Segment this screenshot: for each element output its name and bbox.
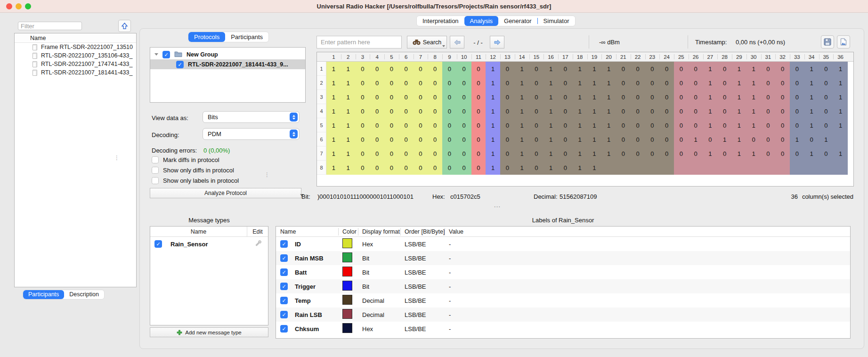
column-header-33[interactable]: 33 xyxy=(790,52,804,62)
bit-cell[interactable]: 0 xyxy=(471,118,486,132)
bit-cell[interactable]: 1 xyxy=(746,76,761,90)
bit-cell[interactable]: 0 xyxy=(428,90,442,104)
bit-cell[interactable]: 1 xyxy=(341,90,356,104)
column-header-18[interactable]: 18 xyxy=(573,52,587,62)
bit-cell[interactable]: 0 xyxy=(645,132,660,146)
column-header-32[interactable]: 32 xyxy=(775,52,790,62)
protocol-option-show-only-diffs-in-protocol[interactable]: Show only diffs in protocol xyxy=(152,167,239,174)
bit-cell[interactable]: 0 xyxy=(529,62,544,76)
label-color-cell[interactable] xyxy=(338,295,358,306)
label-color-cell[interactable] xyxy=(338,238,358,250)
bit-cell[interactable]: 1 xyxy=(544,161,558,175)
label-order[interactable]: LSB/BE xyxy=(400,297,445,304)
column-header-11[interactable]: 11 xyxy=(471,52,486,62)
bit-cell[interactable]: 1 xyxy=(326,118,341,132)
bit-cell[interactable]: 1 xyxy=(515,90,529,104)
color-swatch[interactable] xyxy=(342,295,352,305)
bit-cell[interactable]: 0 xyxy=(674,62,689,76)
column-header-28[interactable]: 28 xyxy=(717,52,732,62)
file-item[interactable]: RTL-SDR-20221007_181441-433_ xyxy=(15,68,136,77)
collapse-sidebar-button[interactable] xyxy=(118,20,131,32)
bit-cell[interactable]: 0 xyxy=(631,118,645,132)
bit-cell[interactable]: 0 xyxy=(471,76,486,90)
column-header-16[interactable]: 16 xyxy=(544,52,558,62)
bit-cell[interactable]: 0 xyxy=(790,76,804,90)
bit-cell[interactable]: 1 xyxy=(326,104,341,118)
bit-cell[interactable]: 1 xyxy=(833,118,848,132)
bit-cell[interactable]: 1 xyxy=(341,76,356,90)
column-header-36[interactable]: 36 xyxy=(833,52,848,62)
bit-cell[interactable]: 1 xyxy=(515,161,529,175)
bit-cell[interactable]: 1 xyxy=(326,76,341,90)
bit-cell[interactable]: 0 xyxy=(674,132,689,146)
bit-cell[interactable]: 1 xyxy=(703,146,718,161)
bit-cell[interactable]: 0 xyxy=(457,104,471,118)
bit-cell[interactable]: 0 xyxy=(356,118,370,132)
bit-cell[interactable]: 0 xyxy=(442,104,457,118)
bit-cell[interactable]: 1 xyxy=(515,146,529,161)
bit-cell[interactable]: 1 xyxy=(732,104,746,118)
bit-cell[interactable]: 0 xyxy=(761,118,776,132)
bit-cell[interactable]: 1 xyxy=(515,62,529,76)
bit-cell[interactable]: 0 xyxy=(442,146,457,161)
label-order[interactable]: LSB/BE xyxy=(400,311,445,318)
column-header-9[interactable]: 9 xyxy=(442,52,457,62)
bit-cell[interactable]: 1 xyxy=(732,76,746,90)
bit-cell[interactable]: 1 xyxy=(804,90,819,104)
label-checkbox[interactable] xyxy=(280,297,288,304)
bit-cell[interactable]: 0 xyxy=(370,76,384,90)
bit-cell[interactable]: 0 xyxy=(399,118,414,132)
bit-cell[interactable]: 1 xyxy=(573,90,587,104)
label-checkbox[interactable] xyxy=(280,283,288,290)
bit-cell[interactable]: 1 xyxy=(544,104,558,118)
bit-cell[interactable]: 1 xyxy=(804,118,819,132)
bit-cell[interactable]: 1 xyxy=(732,62,746,76)
color-swatch[interactable] xyxy=(342,252,352,262)
label-display-format[interactable]: Decimal xyxy=(358,297,400,304)
bit-cell[interactable]: 1 xyxy=(587,132,602,146)
bit-cell[interactable]: 0 xyxy=(674,90,689,104)
bit-cell[interactable]: 0 xyxy=(761,104,776,118)
column-header-29[interactable]: 29 xyxy=(732,52,746,62)
bit-cell[interactable]: 0 xyxy=(399,146,414,161)
label-row-id[interactable]: IDHexLSB/BE- xyxy=(276,237,850,251)
bit-cell[interactable]: 1 xyxy=(717,132,732,146)
label-display-format[interactable]: Bit xyxy=(358,269,400,276)
bit-cell[interactable]: 0 xyxy=(775,146,790,161)
bit-cell[interactable]: 0 xyxy=(500,104,515,118)
bit-cell[interactable]: 0 xyxy=(616,132,631,146)
bit-cell[interactable]: 1 xyxy=(486,146,500,161)
bit-cell[interactable]: 1 xyxy=(833,62,848,76)
bit-cell[interactable]: 0 xyxy=(717,146,732,161)
row-header-2[interactable]: 2 xyxy=(317,76,326,90)
analyze-protocol-button[interactable]: Analyze Protocol xyxy=(150,188,301,198)
bit-cell[interactable]: 1 xyxy=(601,104,616,118)
label-color-cell[interactable] xyxy=(338,309,358,320)
file-item[interactable]: Frame RTL-SDR-20221007_13510 xyxy=(15,43,136,51)
bit-cell[interactable]: 0 xyxy=(645,104,660,118)
label-row-batt[interactable]: BattBitLSB/BE- xyxy=(276,265,850,279)
bit-cell[interactable]: 0 xyxy=(399,76,414,90)
protocol-checkbox[interactable] xyxy=(176,61,184,68)
filter-input[interactable] xyxy=(18,22,82,30)
bit-cell[interactable]: 1 xyxy=(486,118,500,132)
bit-cell[interactable]: 0 xyxy=(457,62,471,76)
chevron-down-icon[interactable] xyxy=(154,53,158,56)
bit-cell[interactable]: 1 xyxy=(746,62,761,76)
bit-cell[interactable]: 0 xyxy=(428,146,442,161)
bit-cell[interactable]: 1 xyxy=(515,132,529,146)
bit-cell[interactable]: 1 xyxy=(732,90,746,104)
bit-cell[interactable]: 1 xyxy=(587,146,602,161)
label-display-format[interactable]: Bit xyxy=(358,255,400,262)
view-data-as-select[interactable]: Bits xyxy=(203,111,300,123)
bit-cell[interactable]: 0 xyxy=(616,90,631,104)
bit-cell[interactable]: 1 xyxy=(833,104,848,118)
bit-cell[interactable] xyxy=(601,161,616,175)
bit-cell[interactable]: 0 xyxy=(356,90,370,104)
bit-cell[interactable]: 1 xyxy=(601,132,616,146)
column-header-23[interactable]: 23 xyxy=(645,52,660,62)
bit-cell[interactable]: 1 xyxy=(544,62,558,76)
bit-cell[interactable]: 0 xyxy=(414,90,428,104)
bit-cell[interactable]: 0 xyxy=(674,76,689,90)
bit-cell[interactable]: 0 xyxy=(471,146,486,161)
